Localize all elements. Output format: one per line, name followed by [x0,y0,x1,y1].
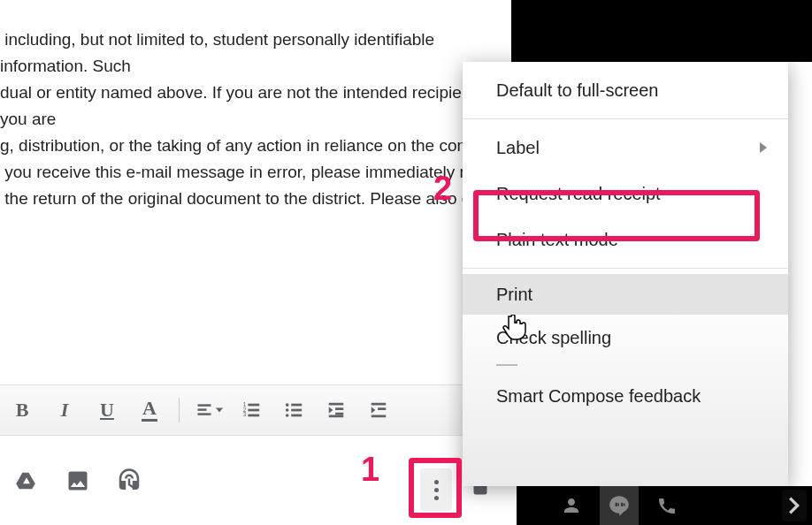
svg-rect-1 [198,408,207,411]
toolbar-separator [179,398,180,422]
svg-point-10 [286,408,289,412]
svg-rect-19 [372,403,387,406]
svg-rect-17 [335,413,343,415]
bold-button[interactable]: B [5,393,39,427]
more-options-button[interactable] [420,468,452,511]
svg-point-11 [286,414,289,417]
svg-rect-2 [198,413,211,415]
expand-chevron-icon[interactable] [782,490,807,521]
indent-less-button[interactable] [319,393,353,427]
svg-rect-18 [329,415,344,418]
svg-rect-4 [248,409,259,412]
annotation-number-1: 1 [361,451,379,489]
insert-photo-icon[interactable] [60,463,96,498]
menu-label[interactable]: Label [463,125,788,171]
more-options-menu: Default to full-screen Label Request rea… [463,62,788,486]
underline-button[interactable]: U [90,393,124,427]
svg-rect-14 [291,415,302,417]
svg-rect-20 [378,407,386,410]
menu-divider [463,118,788,119]
menu-request-read-receipt[interactable]: Request read receipt [463,171,788,217]
svg-rect-0 [198,404,211,407]
dark-panel-top [511,0,812,62]
hangouts-bar [517,486,812,525]
svg-text:3: 3 [243,411,247,417]
svg-rect-13 [291,409,302,412]
text-color-button[interactable]: A [133,393,166,427]
more-vertical-icon [434,480,439,500]
svg-point-9 [286,403,289,407]
numbered-list-button[interactable]: 123 [234,393,268,427]
align-button[interactable] [192,393,226,427]
svg-rect-3 [248,404,259,407]
svg-rect-21 [372,415,387,418]
indent-more-button[interactable] [362,393,395,427]
italic-button[interactable]: I [48,393,81,427]
bulleted-list-button[interactable] [277,393,310,427]
svg-rect-16 [335,407,343,410]
drive-icon[interactable] [9,463,44,498]
svg-rect-12 [291,404,302,407]
chevron-right-icon [760,142,767,153]
menu-plain-text-mode[interactable]: Plain text mode [463,217,788,262]
menu-smart-compose-feedback[interactable]: Smart Compose feedback [463,373,788,419]
menu-divider [463,268,788,269]
menu-check-spelling[interactable]: Check spelling [463,315,788,361]
menu-short-divider [496,364,517,366]
hangouts-icon[interactable] [600,486,639,525]
person-icon[interactable] [552,486,591,525]
menu-print[interactable]: Print [463,274,788,315]
formatting-toolbar: B I U A 123 [0,384,517,436]
confidential-mode-icon[interactable] [111,463,147,498]
svg-rect-5 [248,415,259,417]
annotation-number-2: 2 [433,170,452,208]
phone-icon[interactable] [647,486,686,525]
svg-rect-15 [329,403,344,406]
menu-default-fullscreen[interactable]: Default to full-screen [463,67,788,113]
menu-label-text: Label [496,138,540,158]
